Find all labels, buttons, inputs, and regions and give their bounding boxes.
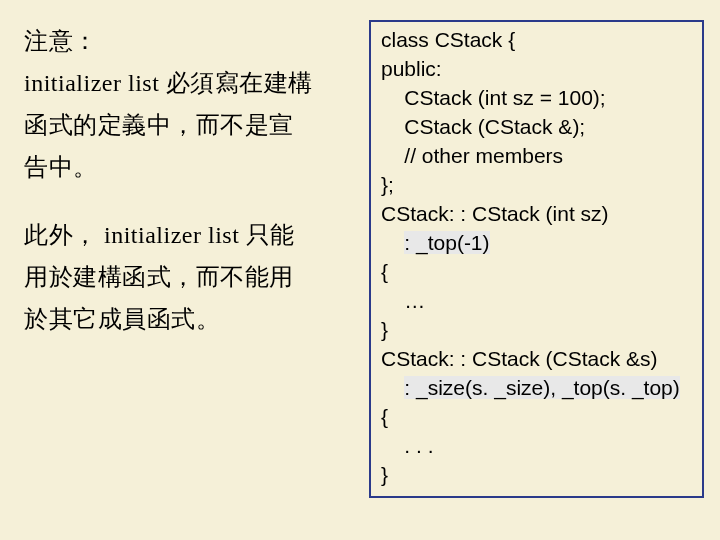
- code-block: class CStack { public: CStack (int sz = …: [369, 20, 704, 498]
- code-line: }: [381, 461, 692, 490]
- text-line: initializer list 必須寫在建構: [24, 70, 313, 96]
- code-line: : _top(-1): [381, 229, 692, 258]
- text-line: 用於建構函式，而不能用: [24, 264, 294, 290]
- code-line: CStack (int sz = 100);: [381, 84, 692, 113]
- indent: [381, 231, 404, 254]
- text-line: 此外， initializer list 只能: [24, 222, 295, 248]
- text-line: 函式的定義中，而不是宣: [24, 112, 294, 138]
- code-line: };: [381, 171, 692, 200]
- code-line: {: [381, 258, 692, 287]
- code-line: . . .: [381, 432, 692, 461]
- code-line: CStack: : CStack (int sz): [381, 200, 692, 229]
- highlight: : _top(-1): [404, 231, 489, 254]
- code-line: public:: [381, 55, 692, 84]
- right-column: class CStack { public: CStack (int sz = …: [369, 20, 704, 524]
- text-line: 告中。: [24, 154, 98, 180]
- indent: [381, 376, 404, 399]
- code-line: {: [381, 403, 692, 432]
- code-line: : _size(s. _size), _top(s. _top): [381, 374, 692, 403]
- code-line: // other members: [381, 142, 692, 171]
- note-paragraph-1: 注意： initializer list 必須寫在建構 函式的定義中，而不是宣 …: [24, 20, 359, 188]
- left-column: 注意： initializer list 必須寫在建構 函式的定義中，而不是宣 …: [24, 20, 369, 524]
- text-line: 於其它成員函式。: [24, 306, 220, 332]
- slide: 注意： initializer list 必須寫在建構 函式的定義中，而不是宣 …: [0, 0, 720, 540]
- note-paragraph-2: 此外， initializer list 只能 用於建構函式，而不能用 於其它成…: [24, 214, 359, 340]
- code-line: CStack (CStack &);: [381, 113, 692, 142]
- text-line: 注意：: [24, 28, 98, 54]
- code-line: class CStack {: [381, 26, 692, 55]
- code-line: CStack: : CStack (CStack &s): [381, 345, 692, 374]
- highlight: : _size(s. _size), _top(s. _top): [404, 376, 679, 399]
- code-line: …: [381, 287, 692, 316]
- code-line: }: [381, 316, 692, 345]
